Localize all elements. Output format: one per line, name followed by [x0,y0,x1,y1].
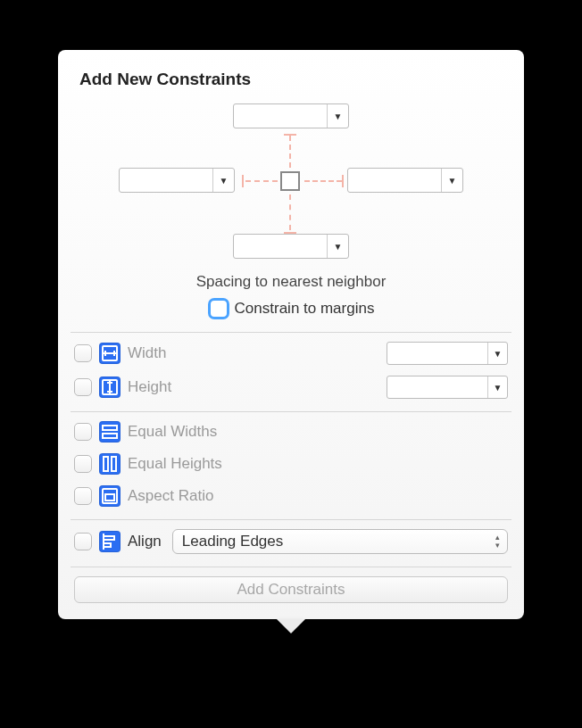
svg-rect-10 [104,457,108,471]
divider [71,332,511,333]
chevron-down-icon: ▼ [327,104,348,128]
center-view-icon [280,171,300,191]
align-select[interactable]: Leading Edges ▴▾ [172,529,508,554]
equal-widths-label: Equal Widths [128,423,217,441]
strut-cap [284,232,296,234]
chevron-down-icon: ▼ [487,343,507,364]
width-field[interactable]: ▼ [387,342,508,365]
strut-cap [242,175,244,187]
spacing-strut-bottom[interactable] [289,194,291,230]
spacing-strut-right[interactable] [304,180,342,182]
svg-rect-9 [103,434,117,438]
constrain-margins-label: Constrain to margins [235,300,375,318]
equal-heights-label: Equal Heights [128,455,222,473]
align-checkbox[interactable] [74,533,92,550]
height-icon [99,376,121,398]
svg-rect-13 [105,494,114,500]
spacing-strut-top[interactable] [289,136,291,168]
add-constraints-label: Add Constraints [237,581,345,599]
equal-widths-row: Equal Widths [58,416,524,448]
chevron-down-icon: ▼ [212,169,234,192]
width-row: Width ▼ [58,336,524,370]
chevron-down-icon: ▼ [327,235,348,258]
popover-title: Add New Constraints [58,50,524,98]
equal-widths-checkbox[interactable] [74,423,92,441]
aspect-ratio-icon [99,485,121,507]
spacing-strut-left[interactable] [245,180,278,182]
width-label: Width [128,344,166,362]
constrain-margins-checkbox[interactable] [208,298,229,319]
add-constraints-button[interactable]: Add Constraints [74,576,508,603]
aspect-ratio-label: Aspect Ratio [128,487,213,505]
height-row: Height ▼ [58,370,524,404]
spacing-right-field[interactable]: ▼ [347,168,463,193]
svg-rect-11 [112,457,116,471]
divider [71,411,511,412]
width-checkbox[interactable] [74,344,92,362]
equal-heights-row: Equal Heights [58,448,524,480]
stepper-icon: ▴▾ [495,534,500,550]
spacing-bottom-field[interactable]: ▼ [233,234,349,259]
align-row: Align Leading Edges ▴▾ [58,524,524,559]
spacing-diagram: ▼ ▼ ▼ ▼ [58,98,524,277]
align-selected-value: Leading Edges [182,533,283,550]
constrain-margins-row: Constrain to margins [58,291,524,332]
strut-cap [284,134,296,136]
strut-cap [342,175,344,187]
svg-rect-15 [104,536,114,540]
chevron-down-icon: ▼ [441,169,462,192]
aspect-ratio-checkbox[interactable] [74,487,92,505]
height-label: Height [128,378,171,396]
align-label: Align [128,533,162,550]
svg-rect-8 [103,426,117,430]
svg-rect-16 [104,543,111,547]
constraints-popover: Add New Constraints ▼ ▼ ▼ ▼ Spacing to n… [58,50,524,619]
spacing-top-field[interactable]: ▼ [233,103,349,128]
align-icon [99,531,121,552]
spacing-left-field[interactable]: ▼ [119,168,235,193]
divider [71,519,511,520]
chevron-down-icon: ▼ [487,376,507,398]
equal-heights-checkbox[interactable] [74,455,92,473]
height-checkbox[interactable] [74,378,92,396]
aspect-ratio-row: Aspect Ratio [58,480,524,512]
divider [71,567,511,567]
equal-widths-icon [99,421,121,443]
equal-heights-icon [99,453,121,475]
width-icon [99,343,121,364]
height-field[interactable]: ▼ [387,376,508,399]
